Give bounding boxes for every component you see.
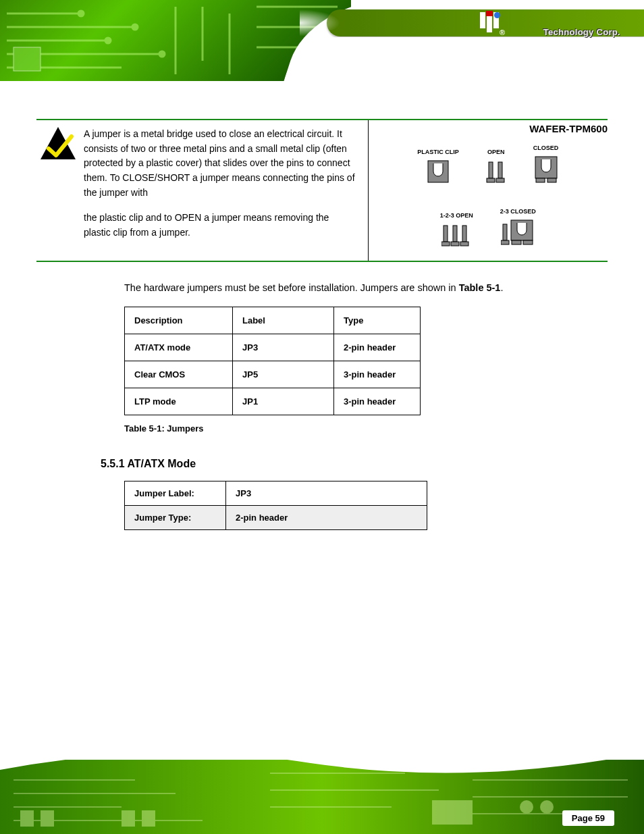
- table-row: LTP mode JP1 3-pin header: [125, 388, 421, 415]
- table-ref: Table 5-1: [459, 282, 501, 293]
- label-closed: CLOSED: [533, 145, 559, 151]
- page-content: WAFER-TPM600 A jumper is a metal bridge …: [0, 119, 644, 530]
- svg-point-33: [540, 800, 554, 814]
- jumper-23-closed-icon: [501, 219, 535, 247]
- svg-rect-25: [512, 240, 521, 244]
- registered-mark: ®: [500, 28, 505, 36]
- jumper-open-icon: [486, 159, 506, 184]
- svg-point-0: [78, 11, 84, 16]
- footer-wave-icon: [0, 760, 644, 787]
- col-description: Description: [125, 307, 233, 334]
- svg-rect-9: [489, 162, 493, 178]
- note-checkmark-icon: [39, 126, 77, 163]
- svg-rect-30: [142, 810, 155, 827]
- svg-rect-12: [496, 178, 504, 182]
- svg-rect-29: [122, 810, 135, 827]
- table-header-row: Description Label Type: [125, 307, 421, 334]
- label-plastic-clip: PLASTIC CLIP: [417, 149, 459, 155]
- jumper-illustration: PLASTIC CLIP OPEN: [368, 120, 608, 261]
- table-row: Clear CMOS JP5 3-pin header: [125, 361, 421, 388]
- svg-rect-19: [441, 242, 450, 246]
- page-number: Page 59: [562, 810, 614, 826]
- note-text: A jumper is a metal bridge used to close…: [84, 126, 358, 244]
- svg-rect-23: [501, 240, 509, 244]
- svg-rect-22: [503, 224, 507, 240]
- svg-rect-20: [451, 242, 459, 246]
- table-caption: Table 5-1: Jumpers: [124, 423, 608, 434]
- svg-rect-10: [498, 162, 502, 178]
- brand-text: Technology Corp.: [543, 27, 620, 37]
- svg-rect-17: [453, 226, 457, 242]
- intro-paragraph: The hardware jumpers must be set before …: [36, 281, 608, 296]
- brand-logo: [480, 12, 499, 32]
- col-type: Type: [334, 307, 421, 334]
- svg-rect-27: [20, 810, 34, 827]
- plastic-clip-icon: [427, 159, 450, 184]
- svg-point-3: [159, 51, 165, 57]
- svg-rect-26: [523, 240, 533, 244]
- svg-rect-16: [444, 226, 448, 242]
- svg-rect-28: [41, 810, 54, 827]
- svg-point-32: [520, 800, 533, 814]
- svg-rect-15: [547, 178, 556, 182]
- col-label: Label: [233, 307, 334, 334]
- logo-blue-dot-icon: [494, 12, 500, 18]
- table-row: Jumper Type: 2-pin header: [125, 505, 427, 529]
- banner-white-curve-2: [284, 37, 644, 81]
- jumpers-table: Description Label Type AT/ATX mode JP3 2…: [124, 307, 421, 415]
- svg-rect-18: [462, 226, 466, 242]
- note-paragraph-2: the plastic clip and to OPEN a jumper me…: [84, 211, 358, 240]
- bottom-banner: Page 59: [0, 760, 644, 834]
- svg-rect-14: [536, 178, 545, 182]
- jumper-123-open-icon: [441, 223, 471, 247]
- section-heading: 5.5.1 AT/ATX Mode: [101, 458, 608, 470]
- label-123-open: 1-2-3 OPEN: [440, 212, 473, 219]
- note-paragraph-1: A jumper is a metal bridge used to close…: [84, 127, 358, 200]
- atx-mode-table: Jumper Label: JP3 Jumper Type: 2-pin hea…: [124, 481, 427, 530]
- svg-rect-11: [487, 178, 495, 182]
- svg-rect-31: [432, 800, 473, 825]
- svg-rect-21: [460, 242, 468, 246]
- table-row: AT/ATX mode JP3 2-pin header: [125, 334, 421, 361]
- label-23-closed: 2-3 CLOSED: [500, 208, 536, 215]
- svg-point-1: [132, 24, 138, 30]
- label-open: OPEN: [487, 149, 505, 155]
- top-banner: ® Technology Corp.: [0, 0, 644, 81]
- svg-rect-6: [14, 47, 41, 71]
- svg-point-2: [105, 38, 111, 43]
- jumper-closed-icon: [534, 155, 558, 184]
- table-row: Jumper Label: JP3: [125, 481, 427, 505]
- note-box: A jumper is a metal bridge used to close…: [36, 119, 608, 262]
